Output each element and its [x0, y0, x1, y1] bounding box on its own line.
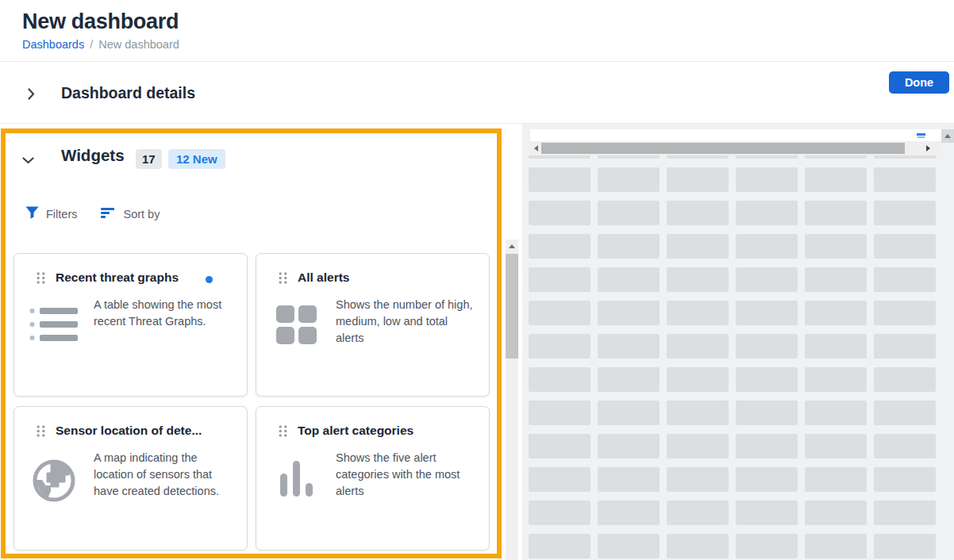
- widgets-scrollbar-thumb[interactable]: [506, 254, 518, 359]
- widgets-title: Widgets: [61, 146, 125, 165]
- grid-placeholder: [667, 201, 729, 225]
- grid-placeholder: [598, 267, 660, 292]
- grid-placeholder: [736, 301, 798, 325]
- breadcrumb-link-dashboards[interactable]: Dashboards: [22, 38, 84, 51]
- grid-placeholder: [805, 534, 867, 558]
- grid-placeholder: [667, 401, 729, 425]
- widgets-panel: Widgets 17 12 New Filters Sort by Recent…: [0, 124, 522, 560]
- grid-placeholder: [874, 155, 936, 159]
- grid-placeholder: [667, 501, 729, 525]
- grid-placeholder: [667, 267, 729, 292]
- grid-icon: [256, 297, 336, 347]
- preview-horizontal-scrollbar[interactable]: [530, 141, 941, 155]
- filter-funnel-icon: [25, 206, 39, 222]
- grid-placeholder: [736, 201, 798, 225]
- globe-icon: [14, 450, 94, 503]
- widgets-scrollbar[interactable]: [506, 240, 518, 560]
- widget-card[interactable]: Top alert categories Shows the five aler…: [256, 406, 490, 550]
- chevron-down-icon[interactable]: [22, 153, 34, 167]
- drag-handle-icon[interactable]: [279, 425, 287, 437]
- grid-placeholder: [874, 501, 936, 525]
- grid-placeholder: [736, 501, 798, 525]
- scroll-up-arrow-icon[interactable]: [506, 240, 518, 253]
- preview-grid: [529, 167, 936, 558]
- grid-placeholder: [805, 234, 867, 259]
- grid-placeholder: [874, 434, 936, 458]
- drag-handle-icon[interactable]: [37, 272, 45, 284]
- widget-card[interactable]: All alerts Shows the number of high, med…: [256, 253, 490, 397]
- grid-placeholder: [874, 267, 936, 292]
- grid-placeholder: [667, 301, 729, 325]
- grid-placeholder: [598, 155, 660, 159]
- grid-placeholder: [667, 467, 729, 492]
- preview-scroll-up-button[interactable]: [941, 129, 954, 143]
- grid-placeholder: [598, 367, 660, 392]
- sort-by-label: Sort by: [123, 208, 160, 221]
- chevron-right-icon[interactable]: [28, 88, 35, 103]
- grid-placeholder: [667, 167, 729, 192]
- grid-placeholder: [874, 367, 936, 392]
- dashboard-preview: [522, 124, 954, 560]
- grid-placeholder: [874, 201, 936, 225]
- widget-card-title: All alerts: [298, 270, 349, 285]
- grid-placeholder: [736, 534, 798, 558]
- list-icon: [14, 297, 94, 345]
- grid-placeholder: [805, 301, 867, 325]
- grid-placeholder: [529, 301, 590, 325]
- grid-placeholder: [667, 234, 729, 259]
- widgets-new-badge: 12 New: [168, 149, 225, 169]
- drag-handle-icon[interactable]: [37, 425, 45, 437]
- grid-placeholder: [598, 467, 660, 492]
- page-title: New dashboard: [22, 10, 179, 34]
- grid-placeholder: [667, 534, 729, 558]
- breadcrumb-separator: /: [90, 38, 93, 51]
- widget-card-description: Shows the number of high, medium, low an…: [336, 297, 475, 347]
- grid-placeholder: [598, 401, 660, 425]
- sort-icon: [101, 207, 116, 221]
- grid-placeholder: [805, 155, 867, 159]
- widget-card-description: A table showing the most recent Threat G…: [94, 297, 233, 345]
- grid-placeholder: [529, 501, 590, 525]
- widget-card-title: Top alert categories: [298, 424, 414, 438]
- sort-by-button[interactable]: Sort by: [101, 207, 160, 221]
- horizontal-scrollbar-thumb[interactable]: [541, 143, 905, 154]
- grid-placeholder: [598, 201, 660, 225]
- grid-placeholder: [598, 334, 660, 359]
- dashboard-details-title: Dashboard details: [61, 84, 195, 102]
- widget-card[interactable]: Recent threat graphs A table showing the…: [13, 253, 248, 397]
- preview-topbar: [530, 129, 941, 141]
- grid-placeholder: [598, 167, 660, 192]
- widget-card-title: Sensor location of dete...: [56, 424, 202, 438]
- grid-placeholder: [874, 167, 936, 192]
- grid-placeholder: [805, 367, 867, 392]
- grid-placeholder: [667, 155, 729, 159]
- done-button[interactable]: Done: [889, 71, 949, 94]
- bar-chart-icon: [256, 450, 336, 500]
- grid-placeholder: [529, 234, 590, 259]
- grid-placeholder: [805, 201, 867, 225]
- grid-placeholder: [529, 201, 590, 225]
- scroll-right-arrow-icon[interactable]: [922, 141, 933, 155]
- scroll-left-arrow-icon[interactable]: [530, 141, 541, 155]
- widgets-count-badge: 17: [136, 149, 162, 169]
- drag-handle-icon[interactable]: [279, 272, 287, 284]
- preview-widget-fragment: [917, 133, 925, 138]
- grid-placeholder: [874, 467, 936, 492]
- grid-placeholder: [529, 401, 590, 425]
- grid-placeholder: [805, 467, 867, 492]
- widget-card[interactable]: Sensor location of dete... A map indicat…: [13, 406, 248, 550]
- filters-button[interactable]: Filters: [25, 206, 77, 222]
- grid-placeholder: [529, 534, 590, 558]
- grid-placeholder: [598, 534, 660, 558]
- grid-placeholder: [874, 301, 936, 325]
- grid-placeholder: [736, 155, 798, 159]
- grid-placeholder: [874, 534, 936, 558]
- grid-placeholder: [736, 367, 798, 392]
- grid-placeholder: [598, 501, 660, 525]
- grid-placeholder: [667, 367, 729, 392]
- grid-placeholder: [529, 167, 590, 192]
- widget-card-description: A map indicating the location of sensors…: [94, 450, 233, 503]
- grid-placeholder: [529, 334, 590, 359]
- grid-placeholder: [736, 467, 798, 492]
- grid-placeholder: [805, 167, 867, 192]
